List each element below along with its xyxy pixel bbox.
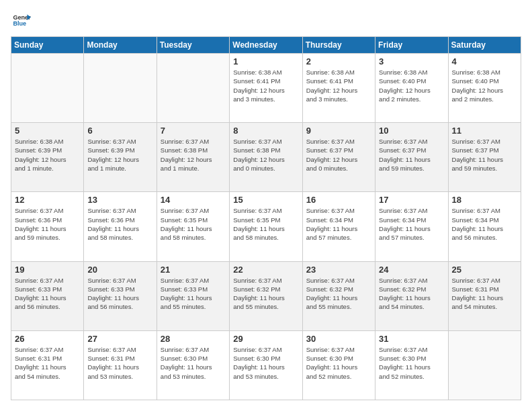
day-info: Sunrise: 6:37 AMSunset: 6:33 PMDaylight:… <box>15 276 80 312</box>
day-info: Sunrise: 6:37 AMSunset: 6:30 PMDaylight:… <box>161 345 226 381</box>
day-cell: 6Sunrise: 6:37 AMSunset: 6:39 PMDaylight… <box>84 123 157 192</box>
weekday-wednesday: Wednesday <box>230 37 302 54</box>
weekday-header-row: SundayMondayTuesdayWednesdayThursdayFrid… <box>11 37 521 54</box>
day-number: 27 <box>87 334 152 344</box>
week-row-2: 5Sunrise: 6:38 AMSunset: 6:39 PMDaylight… <box>11 123 521 192</box>
day-cell: 25Sunrise: 6:37 AMSunset: 6:31 PMDayligh… <box>448 261 521 330</box>
day-info: Sunrise: 6:37 AMSunset: 6:31 PMDaylight:… <box>87 345 152 381</box>
day-number: 4 <box>452 56 517 66</box>
day-number: 2 <box>306 56 371 66</box>
day-cell: 27Sunrise: 6:37 AMSunset: 6:31 PMDayligh… <box>84 330 157 400</box>
day-cell: 14Sunrise: 6:37 AMSunset: 6:35 PMDayligh… <box>157 192 229 261</box>
day-cell: 18Sunrise: 6:37 AMSunset: 6:34 PMDayligh… <box>448 192 521 261</box>
day-number: 1 <box>233 56 298 66</box>
day-number: 20 <box>87 265 152 275</box>
day-info: Sunrise: 6:38 AMSunset: 6:40 PMDaylight:… <box>452 68 517 103</box>
day-number: 10 <box>379 126 444 136</box>
day-info: Sunrise: 6:37 AMSunset: 6:31 PMDaylight:… <box>452 276 517 312</box>
day-cell: 23Sunrise: 6:37 AMSunset: 6:32 PMDayligh… <box>302 261 375 330</box>
day-cell: 16Sunrise: 6:37 AMSunset: 6:34 PMDayligh… <box>302 192 375 261</box>
day-info: Sunrise: 6:37 AMSunset: 6:37 PMDaylight:… <box>452 137 517 173</box>
day-number: 7 <box>161 126 226 136</box>
day-number: 24 <box>379 265 444 275</box>
day-cell: 20Sunrise: 6:37 AMSunset: 6:33 PMDayligh… <box>84 261 157 330</box>
day-number: 19 <box>15 265 80 275</box>
day-cell <box>84 54 157 123</box>
day-number: 6 <box>87 126 152 136</box>
day-info: Sunrise: 6:37 AMSunset: 6:33 PMDaylight:… <box>161 276 226 312</box>
day-number: 17 <box>379 195 444 205</box>
day-cell: 9Sunrise: 6:37 AMSunset: 6:37 PMDaylight… <box>302 123 375 192</box>
day-cell: 31Sunrise: 6:37 AMSunset: 6:30 PMDayligh… <box>375 330 448 400</box>
day-cell: 26Sunrise: 6:37 AMSunset: 6:31 PMDayligh… <box>11 330 84 400</box>
day-cell: 2Sunrise: 6:38 AMSunset: 6:41 PMDaylight… <box>302 54 375 123</box>
weekday-saturday: Saturday <box>448 37 521 54</box>
day-number: 8 <box>233 126 298 136</box>
day-info: Sunrise: 6:37 AMSunset: 6:39 PMDaylight:… <box>87 137 152 173</box>
day-info: Sunrise: 6:37 AMSunset: 6:37 PMDaylight:… <box>379 137 444 173</box>
day-info: Sunrise: 6:37 AMSunset: 6:36 PMDaylight:… <box>15 206 80 242</box>
logo-icon: General Blue <box>12 11 31 30</box>
day-number: 28 <box>161 334 226 344</box>
day-info: Sunrise: 6:37 AMSunset: 6:31 PMDaylight:… <box>15 345 80 381</box>
day-info: Sunrise: 6:37 AMSunset: 6:34 PMDaylight:… <box>306 206 371 242</box>
day-number: 21 <box>161 265 226 275</box>
day-info: Sunrise: 6:37 AMSunset: 6:32 PMDaylight:… <box>306 276 371 312</box>
day-cell: 24Sunrise: 6:37 AMSunset: 6:32 PMDayligh… <box>375 261 448 330</box>
day-cell: 30Sunrise: 6:37 AMSunset: 6:30 PMDayligh… <box>302 330 375 400</box>
week-row-5: 26Sunrise: 6:37 AMSunset: 6:31 PMDayligh… <box>11 330 521 400</box>
day-cell: 29Sunrise: 6:37 AMSunset: 6:30 PMDayligh… <box>230 330 302 400</box>
day-cell: 19Sunrise: 6:37 AMSunset: 6:33 PMDayligh… <box>11 261 84 330</box>
svg-text:Blue: Blue <box>13 20 26 27</box>
weekday-thursday: Thursday <box>302 37 375 54</box>
week-row-4: 19Sunrise: 6:37 AMSunset: 6:33 PMDayligh… <box>11 261 521 330</box>
day-number: 11 <box>452 126 517 136</box>
day-number: 9 <box>306 126 371 136</box>
day-number: 31 <box>379 334 444 344</box>
day-info: Sunrise: 6:37 AMSunset: 6:33 PMDaylight:… <box>87 276 152 312</box>
day-number: 26 <box>15 334 80 344</box>
day-cell: 21Sunrise: 6:37 AMSunset: 6:33 PMDayligh… <box>157 261 229 330</box>
day-info: Sunrise: 6:38 AMSunset: 6:40 PMDaylight:… <box>379 68 444 103</box>
day-number: 25 <box>452 265 517 275</box>
header: General Blue <box>11 11 521 30</box>
day-cell: 4Sunrise: 6:38 AMSunset: 6:40 PMDaylight… <box>448 54 521 123</box>
day-info: Sunrise: 6:37 AMSunset: 6:38 PMDaylight:… <box>233 137 298 173</box>
day-number: 29 <box>233 334 298 344</box>
day-info: Sunrise: 6:38 AMSunset: 6:41 PMDaylight:… <box>306 68 371 103</box>
day-info: Sunrise: 6:37 AMSunset: 6:34 PMDaylight:… <box>452 206 517 242</box>
day-info: Sunrise: 6:37 AMSunset: 6:32 PMDaylight:… <box>379 276 444 312</box>
day-number: 14 <box>161 195 226 205</box>
day-cell: 8Sunrise: 6:37 AMSunset: 6:38 PMDaylight… <box>230 123 302 192</box>
weekday-monday: Monday <box>84 37 157 54</box>
day-number: 12 <box>15 195 80 205</box>
day-info: Sunrise: 6:37 AMSunset: 6:30 PMDaylight:… <box>233 345 298 381</box>
day-number: 13 <box>87 195 152 205</box>
day-cell <box>157 54 229 123</box>
day-number: 5 <box>15 126 80 136</box>
day-cell: 11Sunrise: 6:37 AMSunset: 6:37 PMDayligh… <box>448 123 521 192</box>
day-number: 22 <box>233 265 298 275</box>
day-info: Sunrise: 6:38 AMSunset: 6:39 PMDaylight:… <box>15 137 80 173</box>
day-info: Sunrise: 6:37 AMSunset: 6:34 PMDaylight:… <box>379 206 444 242</box>
day-info: Sunrise: 6:37 AMSunset: 6:32 PMDaylight:… <box>233 276 298 312</box>
day-cell: 17Sunrise: 6:37 AMSunset: 6:34 PMDayligh… <box>375 192 448 261</box>
weekday-friday: Friday <box>375 37 448 54</box>
day-info: Sunrise: 6:37 AMSunset: 6:35 PMDaylight:… <box>233 206 298 242</box>
day-info: Sunrise: 6:37 AMSunset: 6:37 PMDaylight:… <box>306 137 371 173</box>
calendar-table: SundayMondayTuesdayWednesdayThursdayFrid… <box>11 36 521 400</box>
weekday-sunday: Sunday <box>11 37 84 54</box>
day-cell <box>11 54 84 123</box>
page: General Blue SundayMondayTuesdayWednesda… <box>0 0 532 411</box>
day-cell <box>448 330 521 400</box>
day-number: 30 <box>306 334 371 344</box>
week-row-3: 12Sunrise: 6:37 AMSunset: 6:36 PMDayligh… <box>11 192 521 261</box>
day-info: Sunrise: 6:37 AMSunset: 6:36 PMDaylight:… <box>87 206 152 242</box>
day-cell: 13Sunrise: 6:37 AMSunset: 6:36 PMDayligh… <box>84 192 157 261</box>
day-cell: 22Sunrise: 6:37 AMSunset: 6:32 PMDayligh… <box>230 261 302 330</box>
week-row-1: 1Sunrise: 6:38 AMSunset: 6:41 PMDaylight… <box>11 54 521 123</box>
day-info: Sunrise: 6:38 AMSunset: 6:41 PMDaylight:… <box>233 68 298 103</box>
day-cell: 7Sunrise: 6:37 AMSunset: 6:38 PMDaylight… <box>157 123 229 192</box>
day-cell: 10Sunrise: 6:37 AMSunset: 6:37 PMDayligh… <box>375 123 448 192</box>
logo: General Blue <box>11 11 34 30</box>
